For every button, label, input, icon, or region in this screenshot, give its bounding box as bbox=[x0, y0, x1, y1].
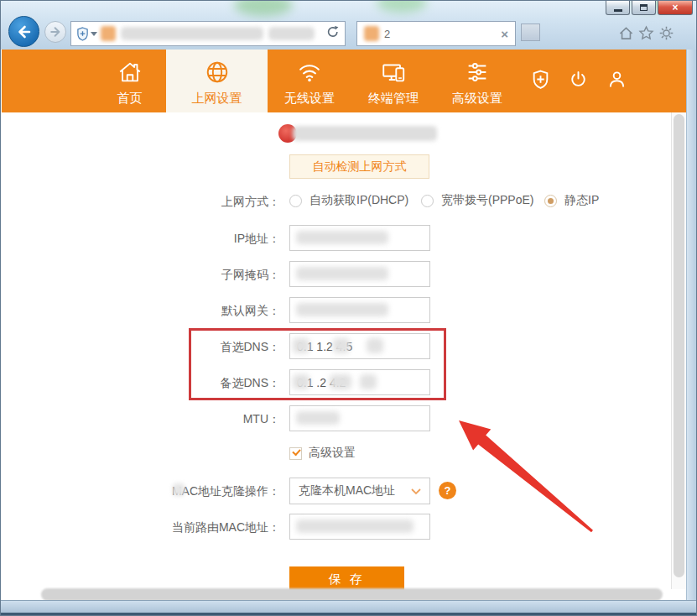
devices-icon bbox=[380, 59, 407, 86]
help-button[interactable]: ? bbox=[439, 482, 456, 499]
advanced-settings-row: 高级设置 bbox=[289, 446, 356, 461]
vertical-scrollbar[interactable] bbox=[671, 112, 686, 589]
sliders-icon bbox=[464, 59, 491, 86]
nav-tab-label: 上网设置 bbox=[192, 91, 242, 107]
star-icon bbox=[638, 25, 654, 41]
nav-tab-internet-settings[interactable]: 上网设置 bbox=[166, 50, 268, 112]
tab-close-button[interactable]: × bbox=[501, 28, 508, 40]
dns2-field-wrap bbox=[289, 369, 430, 395]
minimize-button[interactable] bbox=[606, 1, 630, 15]
url-redaction bbox=[121, 27, 263, 40]
user-icon bbox=[607, 70, 627, 89]
globe-icon bbox=[204, 59, 231, 86]
close-icon: × bbox=[672, 2, 678, 13]
back-button[interactable] bbox=[8, 16, 39, 47]
scrollbar-thumb[interactable] bbox=[674, 114, 684, 577]
refresh-button[interactable] bbox=[326, 25, 340, 42]
mac-clone-dropdown[interactable]: 克隆本机MAC地址 bbox=[289, 478, 430, 504]
nav-tab-label: 无线设置 bbox=[284, 91, 335, 107]
mtu-field-wrap bbox=[289, 405, 430, 431]
window-frame-right bbox=[686, 50, 696, 602]
value-redaction bbox=[296, 303, 388, 316]
window-frame-bottom bbox=[1, 600, 696, 615]
account-button[interactable] bbox=[607, 70, 627, 92]
mac-clone-label: MAC地址克隆操作： bbox=[27, 484, 280, 499]
bottom-redaction-bar bbox=[41, 588, 663, 601]
value-redaction bbox=[296, 411, 340, 425]
internet-mode-row: 上网方式： 自动获取IP(DHCP) 宽带拨号(PPPoE) 静态IP bbox=[2, 193, 674, 210]
wallpaper-blob bbox=[377, 0, 427, 13]
value-redaction bbox=[296, 231, 388, 244]
current-mac-field-wrap bbox=[289, 514, 430, 540]
page-title-redaction bbox=[293, 126, 437, 141]
home-icon bbox=[618, 25, 634, 41]
mask-label: 子网掩码： bbox=[27, 268, 280, 283]
question-mark-icon: ? bbox=[445, 484, 451, 497]
nav-tab-device-management[interactable]: 终端管理 bbox=[351, 50, 435, 112]
home-button[interactable] bbox=[618, 25, 634, 41]
compatibility-shield-icon[interactable] bbox=[76, 27, 89, 41]
wallpaper-blob bbox=[234, 0, 293, 16]
browser-window: × 2 × bbox=[0, 0, 697, 616]
maximize-button[interactable] bbox=[632, 1, 656, 15]
value-redaction bbox=[296, 519, 414, 533]
new-tab-button[interactable] bbox=[521, 23, 540, 41]
refresh-icon bbox=[326, 25, 340, 39]
browser-toolbar-icons bbox=[618, 25, 674, 41]
value-redaction bbox=[367, 338, 383, 353]
label-redaction bbox=[173, 483, 185, 496]
url-redaction bbox=[268, 27, 315, 40]
forward-button[interactable] bbox=[44, 21, 66, 43]
nav-tab-wireless-settings[interactable]: 无线设置 bbox=[268, 50, 351, 112]
value-redaction bbox=[333, 338, 350, 353]
value-redaction bbox=[293, 374, 309, 389]
address-bar[interactable] bbox=[70, 21, 346, 46]
nav-tabs: 首页 上网设置 bbox=[93, 50, 519, 112]
favorites-button[interactable] bbox=[638, 25, 654, 41]
nav-tab-label: 首页 bbox=[117, 91, 143, 107]
value-redaction bbox=[296, 267, 388, 280]
site-favicon bbox=[101, 26, 116, 41]
nav-tab-advanced-settings[interactable]: 高级设置 bbox=[435, 50, 519, 112]
maximize-icon bbox=[640, 4, 648, 11]
gateway-label: 默认网关： bbox=[27, 304, 280, 319]
gear-icon bbox=[658, 25, 674, 41]
radio-dhcp[interactable]: 自动获取IP(DHCP) bbox=[289, 193, 408, 208]
minimize-icon bbox=[614, 9, 622, 12]
value-redaction bbox=[293, 338, 309, 353]
radio-circle-icon[interactable] bbox=[421, 195, 434, 207]
auto-detect-button[interactable]: 自动检测上网方式 bbox=[289, 154, 429, 179]
nav-utility-icons bbox=[532, 50, 627, 112]
reboot-button[interactable] bbox=[569, 70, 588, 92]
tab-title: 2 bbox=[384, 28, 390, 40]
security-button[interactable] bbox=[532, 70, 549, 92]
nav-tab-home[interactable]: 首页 bbox=[93, 50, 166, 112]
shield-plus-icon bbox=[532, 70, 549, 89]
chevron-down-icon bbox=[411, 483, 421, 499]
radio-selected-icon[interactable] bbox=[544, 195, 557, 207]
gateway-field-wrap bbox=[289, 297, 430, 323]
nav-tab-label: 终端管理 bbox=[368, 91, 419, 107]
power-icon bbox=[569, 70, 588, 89]
radio-pppoe[interactable]: 宽带拨号(PPPoE) bbox=[421, 193, 533, 208]
wifi-icon bbox=[296, 59, 323, 86]
mask-field-wrap bbox=[289, 261, 430, 287]
ip-label: IP地址： bbox=[27, 232, 280, 247]
browser-tab[interactable]: 2 × bbox=[356, 21, 516, 46]
value-redaction bbox=[360, 374, 377, 389]
settings-page: 自动检测上网方式 上网方式： 自动获取IP(DHCP) 宽带拨号(PPPoE) … bbox=[2, 112, 674, 602]
preferred-dns-input[interactable] bbox=[289, 333, 430, 359]
home-icon bbox=[117, 59, 143, 86]
dns2-label: 备选DNS： bbox=[27, 376, 280, 391]
settings-button[interactable] bbox=[658, 25, 674, 41]
internet-mode-label: 上网方式： bbox=[27, 195, 280, 210]
mac-clone-selected-value: 克隆本机MAC地址 bbox=[299, 483, 395, 499]
annotation-arrow-icon bbox=[454, 416, 599, 538]
advanced-settings-checkbox[interactable] bbox=[289, 447, 302, 460]
radio-static-ip[interactable]: 静态IP bbox=[544, 193, 599, 208]
nav-tab-label: 高级设置 bbox=[452, 91, 502, 107]
back-arrow-icon bbox=[16, 23, 33, 40]
radio-circle-icon[interactable] bbox=[289, 195, 302, 207]
close-button[interactable]: × bbox=[658, 1, 693, 15]
address-dropdown-caret-icon[interactable] bbox=[91, 32, 97, 36]
